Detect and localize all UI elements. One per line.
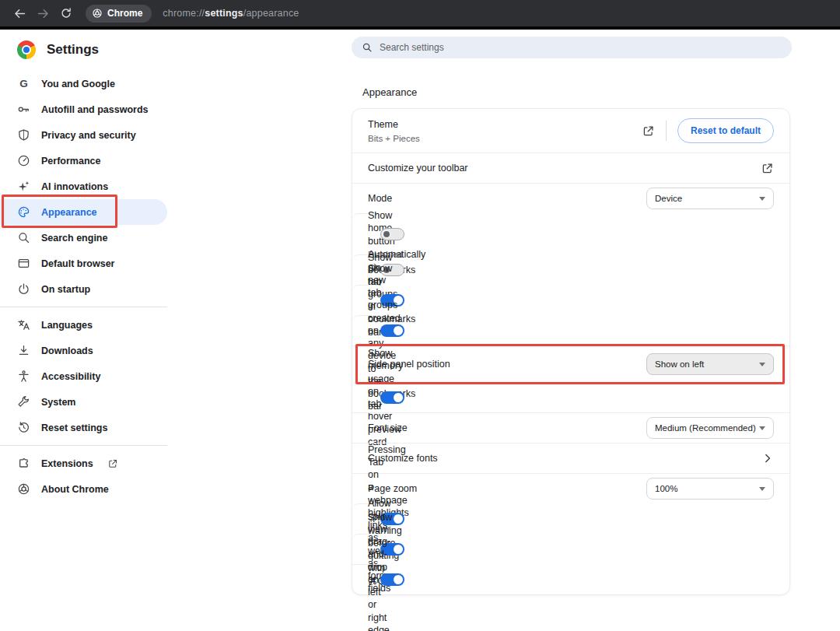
settings-row-font-size: Font sizeMedium (Recommended): [352, 412, 789, 443]
row-label: Font size: [368, 422, 634, 434]
sidebar-item-label: Reset settings: [41, 422, 107, 433]
toggle-knob: [394, 326, 403, 335]
dropdown-value: Medium (Recommended): [655, 423, 756, 433]
chrome-site-badge[interactable]: Chrome: [86, 5, 152, 23]
sidebar-item-default-browser[interactable]: Default browser: [0, 251, 167, 276]
sidebar-item-downloads[interactable]: Downloads: [0, 338, 167, 363]
sidebar-item-about-chrome[interactable]: About Chrome: [0, 476, 167, 502]
download-icon: [17, 344, 30, 357]
row-label: Customize your toolbar: [368, 162, 748, 174]
sidebar-item-label: Accessibility: [41, 371, 100, 382]
row-sublabel: Bits + Pieces: [368, 134, 629, 143]
chrome-icon: [17, 482, 30, 496]
speedometer-icon: [17, 154, 30, 167]
settings-row-page-zoom: Page zoom100%: [352, 473, 789, 503]
sidebar-divider: [0, 307, 167, 307]
toggle-knob: [394, 545, 403, 554]
sidebar-header: Settings: [0, 30, 180, 71]
reset-to-default-button[interactable]: Reset to default: [677, 118, 774, 143]
sparkle-icon: [17, 180, 30, 193]
sidebar-item-accessibility[interactable]: Accessibility: [0, 363, 167, 389]
chevron-right-icon[interactable]: [761, 452, 774, 464]
sidebar-item-ai-innovations[interactable]: AI innovations: [0, 174, 167, 199]
row-label-group: Customize fonts: [368, 452, 749, 464]
open-customize-your-toolbar-icon[interactable]: [761, 162, 774, 175]
settings-sidebar: Settings GYou and GoogleAutofill and pas…: [0, 30, 180, 502]
toggle-knob: [394, 575, 403, 584]
row-control-group: Reset to default: [642, 118, 774, 143]
font-size-dropdown[interactable]: Medium (Recommended): [646, 417, 774, 439]
dropdown-value: 100%: [655, 484, 677, 493]
section-title: Appearance: [362, 86, 792, 98]
sidebar-item-label: System: [41, 397, 75, 408]
sidebar-item-extensions[interactable]: Extensions: [0, 450, 167, 476]
sidebar-item-autofill-and-passwords[interactable]: Autofill and passwords: [0, 96, 167, 122]
page-zoom-dropdown[interactable]: 100%: [646, 478, 774, 500]
sidebar-item-on-startup[interactable]: On startup: [0, 276, 167, 302]
row-control-group: [380, 228, 404, 240]
url-path: /appearance: [243, 8, 299, 19]
row-label-group: Page zoom: [368, 482, 634, 495]
sidebar-item-label: Languages: [41, 320, 93, 331]
automatically-pin-new-tab-groups-created-o-toggle[interactable]: [380, 324, 404, 337]
row-control-group: [380, 324, 404, 337]
search-input[interactable]: [380, 42, 782, 53]
sidebar-item-label: On startup: [41, 284, 90, 295]
sidebar-item-search-engine[interactable]: Search engine: [0, 225, 167, 251]
row-label: Theme: [368, 118, 629, 131]
row-label-group: Customize your toolbar: [368, 162, 748, 174]
row-control-group: Medium (Recommended): [646, 417, 774, 439]
url-scheme: chrome://: [163, 8, 205, 19]
accessibility-icon: [17, 370, 30, 383]
sidebar-item-label: Extensions: [41, 458, 93, 469]
sidebar-nav: GYou and GoogleAutofill and passwordsPri…: [0, 71, 180, 502]
sidebar-item-label: Search engine: [41, 233, 107, 244]
puzzle-icon: [17, 457, 30, 470]
row-control-group: [761, 452, 774, 464]
sidebar-item-label: Autofill and passwords: [41, 104, 149, 115]
sidebar-item-languages[interactable]: Languages: [0, 312, 167, 338]
palette-icon: [17, 205, 30, 219]
sidebar-item-privacy-and-security[interactable]: Privacy and security: [0, 122, 167, 148]
vertical-divider: [666, 121, 667, 141]
show-memory-usage-on-tab-hover-preview-car-toggle[interactable]: [380, 391, 404, 404]
row-control-group: [380, 391, 404, 404]
chrome-logo-icon: [17, 40, 36, 59]
browser-icon: [17, 257, 30, 270]
sidebar-item-performance[interactable]: Performance: [0, 148, 167, 174]
row-label-group: Mode: [368, 192, 634, 205]
url-bar[interactable]: chrome://settings/appearance: [163, 8, 299, 19]
side-panel-position-dropdown[interactable]: Show on left: [646, 353, 774, 375]
settings-row-customize-fonts[interactable]: Customize fonts: [352, 443, 789, 473]
sidebar-item-label: You and Google: [41, 79, 115, 89]
sidebar-item-reset-settings[interactable]: Reset settings: [0, 415, 167, 440]
power-icon: [17, 282, 30, 296]
sidebar-item-label: Appearance: [41, 207, 97, 218]
toggle-knob: [383, 230, 390, 238]
row-label-group: Side panel position: [368, 358, 634, 370]
settings-row-allow-split-view-drag-and-drop-on-left-or-: Allow split view drag-and-drop on left o…: [352, 564, 383, 594]
row-control-group: [380, 573, 404, 586]
reload-icon[interactable]: [54, 2, 78, 25]
sidebar-item-system[interactable]: System: [0, 389, 167, 415]
row-control-group: Show on left: [646, 353, 774, 375]
sidebar-item-label: Default browser: [41, 258, 114, 269]
allow-split-view-drag-and-drop-on-left-or--toggle[interactable]: [380, 573, 404, 586]
search-settings-bar[interactable]: [352, 37, 792, 58]
settings-row-mode: ModeDevice: [352, 183, 789, 213]
row-label-group: Font size: [368, 422, 634, 434]
translate-icon: [17, 318, 30, 331]
open-theme-icon[interactable]: [642, 124, 655, 138]
sidebar-item-you-and-google[interactable]: GYou and Google: [0, 71, 167, 96]
sidebar-item-appearance[interactable]: Appearance: [0, 199, 167, 225]
reset-icon: [17, 421, 30, 434]
back-icon[interactable]: [8, 2, 31, 25]
forward-icon[interactable]: [31, 2, 54, 25]
show-home-button-toggle[interactable]: [380, 228, 404, 240]
google-g-icon: G: [17, 77, 30, 90]
search-icon: [362, 42, 373, 53]
wrench-icon: [17, 395, 30, 408]
settings-row-customize-your-toolbar: Customize your toolbar: [352, 152, 789, 183]
mode-dropdown[interactable]: Device: [646, 188, 774, 209]
caret-down-icon: [759, 487, 765, 491]
